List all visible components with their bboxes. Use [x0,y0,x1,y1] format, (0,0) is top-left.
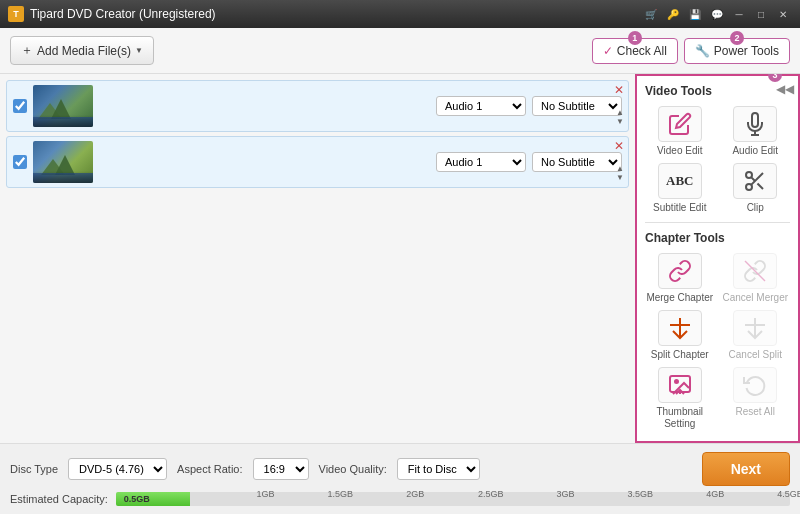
cancel-split-tool[interactable]: Cancel Split [721,310,791,361]
title-bar: T Tipard DVD Creator (Unregistered) 🛒 🔑 … [0,0,800,28]
video-tools-grid: Video Edit Audio Edit [645,106,790,214]
bottom-row1: Disc Type DVD-5 (4.76) DVD-9 (8.54) Blu-… [10,452,790,486]
toolbar-icon-1[interactable]: 🛒 [642,5,660,23]
abc-icon: ABC [666,173,693,189]
merge-chapter-label: Merge Chapter [646,292,713,304]
media-checkbox-2[interactable] [13,155,27,169]
media-arrows-2: ▲ ▼ [616,164,624,183]
tick-25gb: 2.5GB [478,489,504,499]
video-tools-title: Video Tools [645,84,790,98]
merge-chapter-tool[interactable]: Merge Chapter [645,253,715,304]
bottom-bar: Disc Type DVD-5 (4.76) DVD-9 (8.54) Blu-… [0,443,800,514]
media-item: Audio 1 Audio 2 No Subtitle Subtitle 1 ✕… [6,80,629,132]
merge-chapter-icon-box [658,253,702,289]
media-close-1[interactable]: ✕ [614,84,624,96]
add-icon: ＋ [21,42,33,59]
right-panel: 3 ◀◀ Video Tools Video Edit [635,74,800,443]
window-controls: 🛒 🔑 💾 💬 ─ □ ✕ [642,5,792,23]
cancel-split-label: Cancel Split [729,349,782,361]
capacity-fill: 0.5GB [116,492,190,506]
subtitle-dropdown-1[interactable]: No Subtitle Subtitle 1 [532,96,622,116]
split-chapter-label: Split Chapter [651,349,709,361]
reset-all-label: Reset All [736,406,775,418]
badge-1: 1 [628,31,642,45]
video-edit-tool[interactable]: Video Edit [645,106,715,157]
main-container: ＋ Add Media File(s) ▼ 1 ✓ Check All 2 🔧 … [0,28,800,514]
subtitle-edit-tool[interactable]: ABC Subtitle Edit [645,163,715,214]
subtitle-edit-icon-box: ABC [658,163,702,199]
app-icon: T [8,6,24,22]
cancel-merger-label: Cancel Merger [722,292,788,304]
media-close-2[interactable]: ✕ [614,140,624,152]
arrow-down-1[interactable]: ▼ [616,117,624,127]
close-button[interactable]: ✕ [774,5,792,23]
add-media-button[interactable]: ＋ Add Media File(s) ▼ [10,36,154,65]
media-dropdowns-2: Audio 1 Audio 2 No Subtitle Subtitle 1 [436,152,622,172]
toolbar-icon-3[interactable]: 💾 [686,5,704,23]
tick-2gb: 2GB [406,489,424,499]
reset-all-icon-box [733,367,777,403]
subtitle-dropdown-2[interactable]: No Subtitle Subtitle 1 [532,152,622,172]
check-all-button[interactable]: 1 ✓ Check All [592,38,678,64]
audio-dropdown-2[interactable]: Audio 1 Audio 2 [436,152,526,172]
audio-edit-label: Audio Edit [732,145,778,157]
audio-edit-icon-box [733,106,777,142]
video-quality-select[interactable]: Fit to Disc High Medium Low [397,458,480,480]
dropdown-arrow-icon: ▼ [135,46,143,55]
video-edit-label: Video Edit [657,145,702,157]
badge-2: 2 [730,31,744,45]
svg-point-14 [675,380,678,383]
clip-tool[interactable]: Clip [721,163,791,214]
tick-1gb: 1GB [256,489,274,499]
top-action-buttons: 1 ✓ Check All 2 🔧 Power Tools [592,38,790,64]
cancel-merger-tool[interactable]: Cancel Merger [721,253,791,304]
arrow-up-2[interactable]: ▲ [616,164,624,174]
arrow-up-1[interactable]: ▲ [616,108,624,118]
toolbar-icon-4[interactable]: 💬 [708,5,726,23]
media-thumbnail-2 [33,141,93,183]
media-checkbox-1[interactable] [13,99,27,113]
capacity-bar: 0.5GB 1GB 1.5GB 2GB 2.5GB 3GB 3.5GB 4GB … [116,492,790,506]
aspect-ratio-select[interactable]: 16:9 4:3 [253,458,309,480]
thumbnail-setting-icon-box [658,367,702,403]
svg-point-2 [746,172,752,178]
audio-edit-tool[interactable]: Audio Edit [721,106,791,157]
split-chapter-tool[interactable]: Split Chapter [645,310,715,361]
minimize-button[interactable]: ─ [730,5,748,23]
chapter-tools-title: Chapter Tools [645,231,790,245]
toolbar-icon-2[interactable]: 🔑 [664,5,682,23]
svg-line-5 [758,183,764,189]
tick-15gb: 1.5GB [328,489,354,499]
maximize-button[interactable]: □ [752,5,770,23]
disc-type-select[interactable]: DVD-5 (4.76) DVD-9 (8.54) Blu-ray 25G Bl… [68,458,167,480]
estimated-capacity-label: Estimated Capacity: [10,493,108,505]
clip-icon-box [733,163,777,199]
svg-line-6 [751,177,755,181]
toolbar: ＋ Add Media File(s) ▼ 1 ✓ Check All 2 🔧 … [0,28,800,74]
thumbnail-setting-tool[interactable]: Thumbnail Setting [645,367,715,430]
capacity-fill-label: 0.5GB [124,494,150,504]
add-media-label: Add Media File(s) [37,44,131,58]
arrow-down-2[interactable]: ▼ [616,173,624,183]
badge-3: 3 [768,74,782,82]
split-chapter-icon-box [658,310,702,346]
media-item: Audio 1 Audio 2 No Subtitle Subtitle 1 ✕… [6,136,629,188]
media-arrows-1: ▲ ▼ [616,108,624,127]
tick-35gb: 3.5GB [628,489,654,499]
power-tools-button[interactable]: 2 🔧 Power Tools [684,38,790,64]
media-list: Audio 1 Audio 2 No Subtitle Subtitle 1 ✕… [0,74,635,443]
disc-type-label: Disc Type [10,463,58,475]
video-quality-label: Video Quality: [319,463,387,475]
audio-dropdown-1[interactable]: Audio 1 Audio 2 [436,96,526,116]
title-bar-text: Tipard DVD Creator (Unregistered) [30,7,636,21]
thumbnail-setting-label: Thumbnail Setting [645,406,715,430]
cancel-split-icon-box [733,310,777,346]
collapse-icon[interactable]: ◀◀ [776,82,794,96]
reset-all-tool[interactable]: Reset All [721,367,791,430]
power-tools-label: Power Tools [714,44,779,58]
tick-4gb: 4GB [706,489,724,499]
next-button[interactable]: Next [702,452,790,486]
content-area: Audio 1 Audio 2 No Subtitle Subtitle 1 ✕… [0,74,800,443]
check-icon: ✓ [603,44,613,58]
cancel-merger-icon-box [733,253,777,289]
